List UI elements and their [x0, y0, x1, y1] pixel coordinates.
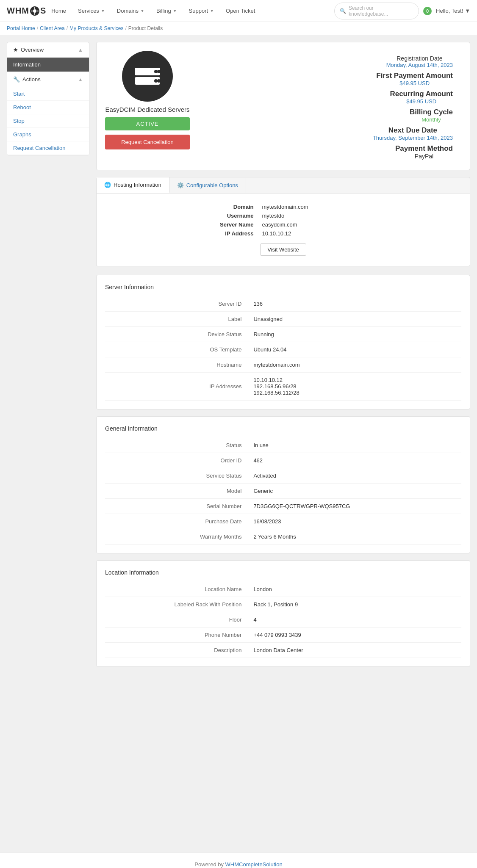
svg-point-1 — [33, 9, 36, 13]
phone-number-label: Phone Number — [105, 628, 247, 643]
payment-method-value: PayPal — [395, 153, 453, 160]
sidebar-actions-header[interactable]: 🔧 Actions ▲ — [7, 72, 89, 87]
search-box[interactable]: 🔍 Search our knowledgebase... — [334, 3, 419, 19]
order-id-value: 462 — [247, 453, 461, 468]
service-status-label: Service Status — [105, 468, 247, 484]
tab-configurable-options[interactable]: ⚙️ Configurable Options — [169, 177, 246, 193]
purchase-date-value: 16/08/2023 — [247, 514, 461, 529]
hosting-info-panel: Domain mytestdomain.com Username mytestd… — [96, 194, 470, 266]
domain-field-row: Domain mytestdomain.com — [211, 204, 355, 210]
nav-domains[interactable]: Domains ▼ — [112, 5, 150, 17]
table-row: Labeled Rack With Position Rack 1, Posit… — [105, 597, 461, 612]
services-dropdown-arrow: ▼ — [101, 8, 105, 13]
username-label: Username — [211, 213, 254, 219]
sidebar-overview-header[interactable]: ★ Overview ▲ — [7, 42, 89, 58]
table-row: OS Template Ubuntu 24.04 — [105, 342, 461, 357]
visit-website-button[interactable]: Visit Website — [260, 243, 306, 256]
cancel-button[interactable]: Request Cancellation — [105, 135, 190, 149]
domains-dropdown-arrow: ▼ — [140, 8, 144, 13]
nav-home[interactable]: Home — [46, 5, 71, 17]
user-dropdown-arrow: ▼ — [465, 8, 470, 14]
sidebar-action-start[interactable]: Start — [7, 87, 89, 101]
table-row: Phone Number +44 079 0993 3439 — [105, 628, 461, 643]
floor-label: Floor — [105, 612, 247, 628]
breadcrumb: Portal Home / Client Area / My Products … — [0, 22, 477, 35]
tab-hosting-info[interactable]: 🌐 Hosting Information — [97, 177, 169, 193]
status-label: Status — [105, 438, 247, 453]
logo-text2: S — [40, 6, 46, 16]
star-icon: ★ — [13, 47, 18, 53]
svg-rect-5 — [37, 11, 39, 11]
server-id-label: Server ID — [105, 296, 247, 312]
billing-dropdown-arrow: ▼ — [173, 8, 177, 13]
recurring-label: Recurring Amount — [390, 90, 453, 98]
domain-label: Domain — [211, 204, 254, 210]
ip-address-value: 10.10.10.12 — [262, 230, 291, 237]
sidebar: ★ Overview ▲ Information 🔧 Actions ▲ Sta… — [7, 42, 89, 155]
label-label: Label — [105, 312, 247, 327]
next-due-section: Next Due Date Thursday, September 14th, … — [373, 126, 453, 141]
next-due-label: Next Due Date — [373, 126, 453, 135]
breadcrumb-client-area[interactable]: Client Area — [40, 25, 65, 31]
hostname-value: mytestdomain.com — [247, 357, 461, 373]
user-greeting[interactable]: Hello, Test! ▼ — [436, 8, 470, 14]
product-card: EasyDCIM Dedicated Servers ACTIVE Reques… — [96, 42, 470, 170]
label-value: Unassigned — [247, 312, 461, 327]
location-info-section: Location Information Location Name Londo… — [96, 560, 470, 667]
actions-section-title: 🔧 Actions — [13, 76, 41, 83]
tabs-bar: 🌐 Hosting Information ⚙️ Configurable Op… — [96, 177, 470, 194]
search-icon: 🔍 — [340, 8, 346, 14]
device-status-value: Running — [247, 327, 461, 342]
server-name-label: Server Name — [211, 221, 254, 228]
sidebar-action-reboot[interactable]: Reboot — [7, 101, 89, 114]
top-navigation: WHM S Home Services ▼ Domains ▼ Billing … — [0, 0, 477, 22]
order-id-label: Order ID — [105, 453, 247, 468]
description-value: London Data Center — [247, 643, 461, 658]
general-info-title: General Information — [105, 425, 461, 432]
ip-addresses-label: IP Addresses — [105, 373, 247, 401]
nav-support[interactable]: Support ▼ — [184, 5, 219, 17]
serial-number-value: 7D3GG6QE-QCTRWGPR-WQS957CG — [247, 499, 461, 514]
nav-services[interactable]: Services ▼ — [73, 5, 110, 17]
notification-badge[interactable]: 0 — [423, 7, 432, 15]
table-row: IP Addresses 10.10.10.12192.168.56.96/28… — [105, 373, 461, 401]
sidebar-actions-list: Start Reboot Stop Graphs Request Cancell… — [7, 87, 89, 155]
main-layout: ★ Overview ▲ Information 🔧 Actions ▲ Sta… — [0, 35, 477, 852]
table-row: Label Unassigned — [105, 312, 461, 327]
nav-right: 🔍 Search our knowledgebase... 0 Hello, T… — [334, 3, 470, 19]
svg-point-10 — [154, 79, 158, 83]
sidebar-action-graphs[interactable]: Graphs — [7, 128, 89, 141]
breadcrumb-my-products[interactable]: My Products & Services — [69, 25, 123, 31]
sidebar-action-stop[interactable]: Stop — [7, 114, 89, 128]
table-row: Order ID 462 — [105, 453, 461, 468]
nav-billing[interactable]: Billing ▼ — [151, 5, 182, 17]
next-due-value: Thursday, September 14th, 2023 — [373, 135, 453, 141]
product-icon-circle — [122, 51, 173, 102]
footer: Powered by WHMCompleteSolution — [0, 852, 477, 868]
table-row: Hostname mytestdomain.com — [105, 357, 461, 373]
settings-icon: ⚙️ — [177, 182, 184, 188]
sidebar-action-request-cancellation[interactable]: Request Cancellation — [7, 141, 89, 155]
sidebar-item-information[interactable]: Information — [7, 58, 89, 72]
ip-address-field-row: IP Address 10.10.10.12 — [211, 230, 355, 237]
table-row: Server ID 136 — [105, 296, 461, 312]
logo-text: WHM — [7, 6, 29, 16]
footer-link[interactable]: WHMCompleteSolution — [225, 861, 283, 868]
hosting-fields: Domain mytestdomain.com Username mytestd… — [107, 204, 460, 237]
actions-chevron-icon: ▲ — [78, 77, 83, 83]
table-row: Purchase Date 16/08/2023 — [105, 514, 461, 529]
breadcrumb-portal-home[interactable]: Portal Home — [7, 25, 35, 31]
table-row: Service Status Activated — [105, 468, 461, 484]
breadcrumb-sep3: / — [125, 25, 126, 31]
registration-date-label: Registration Date — [386, 55, 453, 62]
product-icon-area: EasyDCIM Dedicated Servers ACTIVE Reques… — [105, 51, 190, 161]
server-id-value: 136 — [247, 296, 461, 312]
hostname-label: Hostname — [105, 357, 247, 373]
phone-number-value: +44 079 0993 3439 — [247, 628, 461, 643]
model-label: Model — [105, 484, 247, 499]
nav-open-ticket[interactable]: Open Ticket — [221, 5, 260, 17]
domain-value: mytestdomain.com — [262, 204, 308, 210]
purchase-date-label: Purchase Date — [105, 514, 247, 529]
table-row: Warranty Months 2 Years 6 Months — [105, 529, 461, 545]
registration-date-value: Monday, August 14th, 2023 — [386, 62, 453, 68]
